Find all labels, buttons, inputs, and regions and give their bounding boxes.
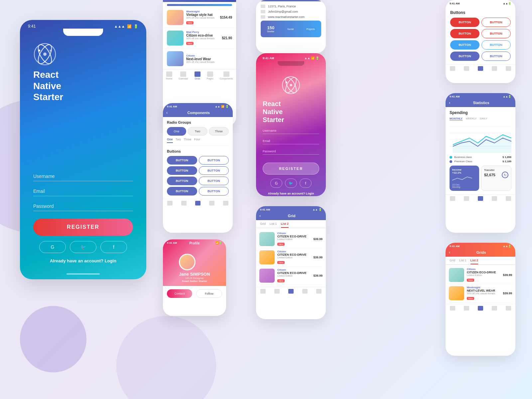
- nav-icon[interactable]: [288, 289, 294, 294]
- btn-blue-outline[interactable]: BUTTON: [481, 40, 511, 50]
- nav-icon[interactable]: [506, 66, 511, 71]
- grid-tab-list1[interactable]: List 1: [270, 222, 277, 228]
- nav-calendar[interactable]: Calendar: [179, 71, 188, 80]
- email-field[interactable]: Email: [33, 189, 133, 196]
- register-button[interactable]: REGISTER: [33, 218, 133, 236]
- nav-icon[interactable]: [195, 201, 200, 205]
- reg-google-button[interactable]: G: [270, 179, 282, 188]
- nav-icon[interactable]: [478, 306, 483, 311]
- twitter-button[interactable]: 🐦: [70, 241, 96, 253]
- btn-3[interactable]: BUTTON: [167, 166, 197, 175]
- shop-new-badge: New: [186, 21, 194, 24]
- reg-login-link[interactable]: Login: [306, 192, 314, 195]
- income-label: Income: [452, 168, 476, 171]
- btn-8[interactable]: BUTTON: [199, 187, 229, 196]
- radio-two[interactable]: Two: [188, 127, 207, 136]
- buttons-grid: BUTTON BUTTON BUTTON BUTTON BUTTON BUTTO…: [167, 156, 229, 196]
- radio-tab-one[interactable]: One: [167, 138, 173, 143]
- btn-2[interactable]: BUTTON: [199, 156, 229, 165]
- google-button[interactable]: G: [39, 241, 66, 253]
- reg-facebook-button[interactable]: f: [300, 179, 312, 188]
- comp-time: 9:41 AM: [167, 105, 177, 108]
- nav-icon[interactable]: [464, 196, 469, 201]
- nav-home[interactable]: Home: [166, 71, 173, 80]
- nav-components[interactable]: Components: [220, 71, 233, 80]
- radio-one[interactable]: One: [167, 127, 186, 136]
- grids-bottom-nav: [446, 304, 515, 312]
- nav-icon[interactable]: [450, 66, 455, 71]
- btn-7[interactable]: BUTTON: [167, 187, 197, 196]
- radio-tab-two[interactable]: Two: [176, 138, 181, 143]
- profile-bg: 9:41 AM📶🔋 Profile Jane SIMPSON UI/UX Des…: [163, 239, 226, 286]
- period-weekly[interactable]: WEEKLY: [466, 117, 477, 120]
- grid-tab-list2[interactable]: List 2: [281, 222, 289, 228]
- radio-tab-three[interactable]: Three: [184, 138, 192, 143]
- email-icon: [261, 10, 265, 13]
- login-link[interactable]: Login: [105, 258, 116, 263]
- password-field[interactable]: Password: [33, 203, 133, 211]
- stats-legend: Business class $ 1,898 Premium Class $ 2…: [450, 156, 511, 163]
- nav-icon[interactable]: [302, 289, 308, 294]
- nav-icon[interactable]: [167, 201, 173, 205]
- social-buttons: G 🐦 f: [33, 241, 133, 253]
- facebook-button[interactable]: f: [100, 241, 127, 253]
- btn-1[interactable]: BUTTON: [167, 156, 197, 165]
- btn-red-filled-2[interactable]: BUTTON: [450, 29, 479, 38]
- income-change: +12.1%: [452, 171, 476, 174]
- grid-item-price: $39.99: [313, 256, 323, 259]
- nav-icon[interactable]: [464, 306, 469, 311]
- reg-register-button[interactable]: REGISTER: [263, 163, 319, 175]
- nav-icon[interactable]: [274, 289, 280, 294]
- reg-logo-line2: Native: [263, 108, 284, 116]
- nav-icon[interactable]: [492, 196, 497, 201]
- grid-tab-grid[interactable]: Grid: [260, 222, 266, 228]
- premium-label: Premium Class: [454, 160, 500, 163]
- grids-item: Weeknight NEXT-LEVEL WEAR 30% off chic c…: [449, 284, 512, 303]
- nav-icon[interactable]: [181, 201, 187, 205]
- period-monthly[interactable]: MONTHLY: [450, 117, 463, 120]
- username-field[interactable]: Username: [33, 174, 133, 181]
- followers-count: 150: [267, 25, 274, 30]
- radio-three[interactable]: Three: [209, 127, 229, 136]
- btn-5[interactable]: BUTTON: [167, 177, 197, 185]
- nav-icon[interactable]: [506, 306, 511, 311]
- grids-tab-list2[interactable]: List 2: [470, 259, 478, 264]
- reg-password-field[interactable]: Password: [263, 150, 319, 155]
- nav-icon[interactable]: [450, 306, 455, 311]
- grids-tabs: Grid List 1 List 2: [446, 257, 515, 265]
- btn-indigo-outline[interactable]: BUTTON: [481, 52, 511, 61]
- btn-indigo-filled[interactable]: BUTTON: [450, 52, 479, 61]
- btn-red-outline[interactable]: BUTTON: [481, 18, 511, 27]
- nav-icon[interactable]: [478, 196, 483, 201]
- grids-tab-list1[interactable]: List 1: [459, 259, 466, 264]
- nav-icon[interactable]: [464, 66, 469, 71]
- nav-icon[interactable]: [492, 66, 497, 71]
- grids-item-price: $39.99: [503, 273, 512, 277]
- follow-button[interactable]: Follow: [196, 289, 222, 298]
- reg-email-field[interactable]: Email: [263, 139, 319, 144]
- nav-icon[interactable]: [316, 289, 322, 294]
- svg-point-3: [43, 53, 47, 56]
- btn-4[interactable]: BUTTON: [199, 166, 229, 175]
- btn-red-filled[interactable]: BUTTON: [450, 18, 479, 27]
- btn-blue-filled[interactable]: BUTTON: [450, 40, 479, 50]
- btn-red-outline-2[interactable]: BUTTON: [481, 29, 511, 38]
- nav-icon[interactable]: [506, 196, 511, 201]
- nav-icon[interactable]: [260, 289, 266, 294]
- radio-tab-four[interactable]: Four: [194, 138, 200, 143]
- reg-twitter-button[interactable]: 🐦: [285, 179, 297, 188]
- nav-icon[interactable]: [223, 201, 228, 205]
- btn-6[interactable]: BUTTON: [199, 177, 229, 185]
- nav-grid[interactable]: Grids: [195, 71, 200, 80]
- contact-button[interactable]: Contact: [167, 289, 192, 298]
- nav-icon[interactable]: [450, 196, 455, 201]
- nav-icon[interactable]: [492, 306, 497, 311]
- profile-avatar: [179, 254, 196, 270]
- nav-icon[interactable]: [478, 66, 483, 71]
- nav-icon[interactable]: [209, 201, 214, 205]
- period-daily[interactable]: DAILY: [480, 117, 488, 120]
- reg-username-field[interactable]: Username: [263, 129, 319, 134]
- grids-tab-grid[interactable]: Grid: [450, 259, 455, 264]
- wifi-icon: 📶: [127, 24, 132, 29]
- nav-pages[interactable]: Pages: [207, 71, 213, 80]
